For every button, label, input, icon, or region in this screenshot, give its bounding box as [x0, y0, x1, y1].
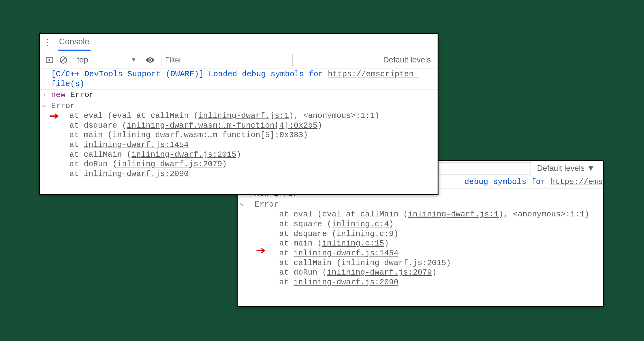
source-link[interactable]: inlining-dwarf.js:1 [198, 111, 289, 120]
source-link[interactable]: inlining-dwarf.wasm:…m-function[4]:0x2b5 [127, 121, 317, 130]
stack-text: at [279, 278, 294, 287]
stack-text: at dsquare ( [279, 229, 336, 238]
clear-console-icon[interactable] [57, 54, 69, 66]
source-link[interactable]: inlining.c:15 [322, 239, 384, 248]
dropdown-triangle-icon: ▼ [131, 57, 136, 63]
stack-text: at doRun ( [69, 159, 117, 169]
stack-frame: at inlining-dwarf.js:1454 [255, 249, 603, 258]
info-suffix: file(s) [51, 79, 84, 88]
source-link[interactable]: inlining-dwarf.js:2079 [327, 268, 432, 277]
stack-text: ) [446, 258, 451, 268]
console-output: ↩ Error at eval (eval at callMain (inlin… [40, 101, 438, 180]
info-link[interactable]: https://ems [550, 177, 603, 186]
stack-text: at square ( [279, 219, 332, 229]
source-link[interactable]: inlining.c:9 [336, 229, 394, 238]
info-link[interactable]: https://emscripten- [328, 69, 418, 79]
stack-text: ) [384, 239, 389, 248]
stack-text: at main ( [69, 130, 112, 140]
show-sidebar-icon[interactable] [43, 54, 55, 66]
stack-text: ), <anonymous>:1:1) [499, 210, 589, 219]
stack-frame: at dsquare (inlining-dwarf.wasm:…m-funct… [51, 121, 438, 131]
tab-console[interactable]: Console [58, 34, 91, 51]
input-rest: Error [65, 90, 94, 99]
output-return-icon: ↩ [42, 103, 46, 111]
stack-text: ) [317, 121, 322, 130]
stack-frame: at doRun (inlining-dwarf.js:2079) [51, 159, 438, 169]
kebab-menu-icon[interactable]: ⋮ [43, 36, 52, 49]
source-link[interactable]: inlining-dwarf.js:1454 [84, 140, 189, 149]
input-chevron-icon: › [43, 92, 46, 99]
source-link[interactable]: inlining-dwarf.wasm:…m-function[5]:0x383 [112, 130, 303, 140]
devtools-console-panel-before: ⋮ Console top ▼ Default levels [C/C++ De… [39, 33, 439, 195]
log-levels-dropdown[interactable]: Default levels [383, 55, 435, 65]
info-text: debug symbols for [464, 177, 550, 186]
stack-text: ) [236, 150, 241, 159]
stack-frame: at inlining-dwarf.js:2090 [255, 278, 603, 287]
stack-frame: at callMain (inlining-dwarf.js:2015) [51, 150, 438, 160]
stack-frame: at eval (eval at callMain (inlining-dwar… [51, 111, 438, 121]
keyword-new: new [51, 90, 65, 99]
log-levels-dropdown[interactable]: Default levels ▼ [537, 163, 598, 173]
console-toolbar: top ▼ Default levels [40, 51, 438, 69]
filter-input[interactable] [161, 54, 293, 66]
stack-frame: at callMain (inlining-dwarf.js:2015) [255, 258, 603, 268]
stack-frame: at eval (eval at callMain (inlining-dwar… [255, 210, 603, 219]
stack-text: at callMain ( [279, 258, 341, 268]
source-link[interactable]: inlining-dwarf.js:1454 [294, 249, 398, 258]
info-text: [C/C++ DevTools Support (DWARF)] Loaded … [51, 69, 328, 79]
context-label: top [77, 55, 88, 65]
stack-text: ) [303, 130, 308, 140]
context-selector[interactable]: top ▼ [73, 51, 140, 69]
stack-frame: at main (inlining.c:15) [255, 239, 603, 249]
stack-text: at doRun ( [279, 268, 327, 277]
live-expression-eye-icon[interactable] [144, 54, 156, 66]
stack-frame: at doRun (inlining-dwarf.js:2079) [255, 268, 603, 278]
source-link[interactable]: inlining.c:4 [332, 219, 389, 229]
stack-text: ), <anonymous>:1:1) [289, 111, 379, 120]
console-input-echo: › new Error [40, 90, 438, 101]
source-link[interactable]: inlining-dwarf.js:2090 [294, 278, 398, 287]
console-messages: [C/C++ DevTools Support (DWARF)] Loaded … [40, 69, 438, 180]
stack-frame: at main (inlining-dwarf.wasm:…m-function… [51, 130, 438, 140]
annotation-arrow-icon: ➔ [256, 245, 266, 259]
source-link[interactable]: inlining-dwarf.js:1 [408, 210, 498, 219]
svg-point-3 [149, 59, 151, 61]
stack-text: at callMain ( [69, 150, 131, 159]
stack-text: at dsquare ( [69, 121, 127, 130]
stack-text: at [279, 249, 294, 258]
output-return-icon: ↩ [239, 201, 243, 209]
stack-text: at main ( [279, 239, 322, 248]
source-link[interactable]: inlining-dwarf.js:2090 [84, 169, 189, 178]
stack-text: at [69, 140, 84, 149]
tab-bar: ⋮ Console [40, 34, 438, 51]
stack-text: at [69, 169, 84, 178]
stack-text: ) [222, 159, 227, 169]
stack-frame: at dsquare (inlining.c:9) [255, 229, 603, 239]
svg-line-2 [61, 58, 65, 62]
source-link[interactable]: inlining-dwarf.js:2015 [341, 258, 446, 268]
stack-text: at eval (eval at callMain ( [69, 111, 198, 120]
stack-text: ) [432, 268, 437, 277]
console-output: ↩ Error at eval (eval at callMain (inlin… [238, 199, 603, 287]
stack-frame: at inlining-dwarf.js:1454 [51, 140, 438, 150]
stack-text: at eval (eval at callMain ( [279, 210, 408, 219]
source-link[interactable]: inlining-dwarf.js:2015 [131, 150, 236, 159]
info-message: [C/C++ DevTools Support (DWARF)] Loaded … [40, 69, 438, 90]
stack-frame: at square (inlining.c:4) [255, 219, 603, 229]
annotation-arrow-icon: ➔ [49, 110, 59, 124]
source-link[interactable]: inlining-dwarf.js:2079 [117, 159, 222, 169]
stack-text: ) [389, 219, 394, 229]
stack-text: ) [394, 229, 398, 238]
stack-frame: at inlining-dwarf.js:2090 [51, 169, 438, 179]
error-head: Error [255, 200, 279, 209]
